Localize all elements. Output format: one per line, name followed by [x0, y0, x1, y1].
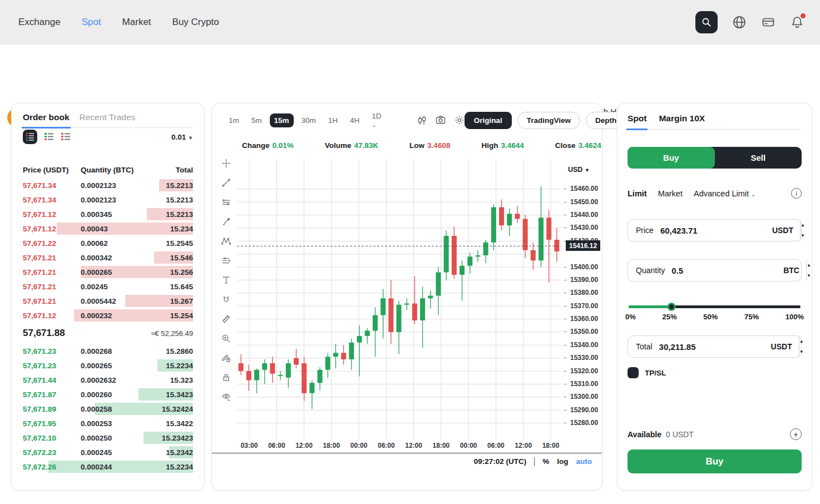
timeframe-30m[interactable]: 30m	[297, 113, 320, 127]
ask-row[interactable]: 57,671.340.000212315.2213	[23, 178, 193, 192]
price-increment-button[interactable]: ▲	[801, 220, 805, 230]
language-button[interactable]	[732, 15, 747, 29]
timeframe-1h[interactable]: 1H	[324, 113, 342, 127]
timeframe-15m[interactable]: 15m	[270, 113, 294, 127]
info-icon[interactable]: i	[791, 188, 802, 199]
zoom-in-icon[interactable]	[220, 332, 232, 344]
orderbook-tab-order-book[interactable]: Order book	[23, 112, 70, 122]
percent-scale-toggle[interactable]: %	[542, 457, 549, 466]
price-input[interactable]	[654, 226, 772, 235]
timeframe-1d[interactable]: 1D ⌄	[367, 109, 386, 131]
ask-row[interactable]: 57,671.210.0024515.645	[23, 279, 193, 294]
book-view-both-icon[interactable]	[23, 130, 37, 144]
quantity-stepper: ▲ ▼	[806, 260, 811, 281]
ask-row[interactable]: 57,671.220.0006215.2545	[23, 236, 193, 250]
order-type-advanced-limit[interactable]: Advanced Limit⌄	[694, 189, 756, 198]
card-payments-button[interactable]	[761, 15, 775, 29]
crosshair-icon[interactable]	[220, 157, 232, 169]
price-field[interactable]: Price USDT ▲ ▼	[628, 219, 802, 241]
trendline-icon[interactable]	[220, 176, 232, 189]
book-view-bids-icon[interactable]	[44, 132, 54, 142]
bid-row[interactable]: 57,671.870.00026015.3423	[23, 387, 193, 402]
nav-item-spot[interactable]: Spot	[82, 17, 101, 28]
total-increment-button[interactable]: ▲	[799, 336, 804, 347]
ask-row[interactable]: 57,671.120.00034515.2213	[23, 207, 193, 221]
amount-slider[interactable]	[629, 303, 801, 310]
timeframe-1m[interactable]: 1m	[224, 113, 244, 127]
price-tick: 15280.00	[570, 419, 598, 427]
quantity-label: Quantity	[628, 266, 665, 275]
sell-side-button[interactable]: Sell	[715, 147, 802, 169]
lock-icon[interactable]	[220, 371, 232, 383]
time-axis[interactable]: 03:0006:0012:0018:0000:0006:0012:0018:00…	[237, 442, 561, 452]
gear-icon[interactable]	[455, 115, 465, 125]
edit-lock-icon[interactable]	[220, 352, 232, 364]
candlestick-chart[interactable]	[237, 159, 561, 440]
bid-row[interactable]: 57,672.100.00025015.23423	[23, 431, 193, 445]
search-button[interactable]	[695, 11, 718, 33]
hide-drawings-icon[interactable]	[220, 391, 232, 403]
nav-item-buy-crypto[interactable]: Buy Crypto	[172, 17, 219, 28]
bid-row[interactable]: 57,672.260.00024415.2234	[23, 459, 193, 474]
order-type-market[interactable]: Market	[658, 189, 683, 198]
ask-row[interactable]: 57,671.210.00026515.256	[23, 265, 193, 279]
header-price: Price (USDT)	[23, 166, 81, 174]
bid-row[interactable]: 57,671.950.00025315.3422	[23, 416, 193, 431]
price-axis[interactable]: USD ▼ 15280.0015290.0015300.0015310.0015…	[564, 159, 601, 440]
chart-stat-volume: Volume47.83K	[325, 141, 378, 150]
notifications-button[interactable]	[790, 15, 804, 29]
deposit-plus-button[interactable]: +	[790, 428, 802, 440]
log-scale-toggle[interactable]: log	[557, 457, 568, 466]
ruler-icon[interactable]	[220, 313, 232, 325]
quantity-decrement-button[interactable]: ▼	[807, 270, 811, 281]
chart-stat-high: High3.4644	[481, 141, 523, 150]
timeframe-5m[interactable]: 5m	[247, 113, 266, 127]
buy-side-button[interactable]: Buy	[628, 147, 715, 169]
ask-row[interactable]: 57,671.210.000544215.267	[23, 294, 193, 308]
candlestick-icon[interactable]	[417, 116, 427, 125]
nav-item-exchange[interactable]: Exchange	[18, 17, 61, 28]
quantity-field[interactable]: Quantity BTC ▲ ▼	[628, 259, 802, 281]
price-decrement-button[interactable]: ▼	[801, 230, 805, 241]
chart-view-tradingview[interactable]: TradingView	[517, 112, 580, 129]
ask-row[interactable]: 57,671.120.00023215.254	[23, 308, 193, 323]
tpsl-checkbox[interactable]	[628, 367, 639, 378]
book-view-asks-icon[interactable]	[61, 132, 71, 142]
axis-currency-dropdown[interactable]: USD ▼	[568, 166, 590, 174]
order-type-limit[interactable]: Limit	[628, 189, 647, 198]
auto-scale-toggle[interactable]: auto	[576, 457, 592, 466]
brush-icon[interactable]	[220, 215, 232, 228]
total-input[interactable]	[653, 342, 771, 352]
bid-row[interactable]: 57,671.230.00026815.2860	[23, 344, 193, 358]
quantity-increment-button[interactable]: ▲	[807, 260, 811, 270]
total-decrement-button[interactable]: ▼	[799, 347, 804, 357]
orderbook-tab-recent-trades[interactable]: Recent Trades	[80, 112, 136, 122]
chart-view-original[interactable]: Original	[465, 112, 512, 129]
long-position-icon[interactable]	[220, 254, 232, 266]
xabcd-pattern-icon[interactable]	[220, 235, 232, 247]
time-tick: 12:00	[292, 442, 317, 449]
precision-dropdown[interactable]: 0.01 ▼	[171, 133, 193, 141]
bid-row[interactable]: 57,672.230.00024515.2342	[23, 445, 193, 459]
total-field[interactable]: Total USDT ▲ ▼	[628, 335, 802, 358]
magnet-icon[interactable]	[220, 293, 232, 305]
bid-row[interactable]: 57,671.440.000263215.323	[23, 373, 193, 387]
slider-handle[interactable]	[668, 303, 676, 311]
timeframe-4h[interactable]: 4H	[345, 113, 364, 127]
text-icon[interactable]	[220, 274, 232, 286]
globe-icon	[732, 15, 747, 29]
buy-submit-button[interactable]: Buy	[628, 449, 802, 473]
trade-tab-spot[interactable]: Spot	[628, 113, 646, 123]
ask-row[interactable]: 57,671.120.0004315.234	[23, 221, 193, 236]
price-tick: 15300.00	[570, 393, 598, 401]
camera-icon[interactable]	[436, 115, 446, 125]
quantity-input[interactable]	[665, 266, 783, 275]
bid-row[interactable]: 57,671.890.00025815.32424	[23, 402, 193, 416]
bid-row[interactable]: 57,671.230.00026515.2234	[23, 358, 193, 373]
ask-row[interactable]: 57,671.210.00034215.546	[23, 250, 193, 265]
ask-row[interactable]: 57,671.340.000212315.2213	[23, 192, 193, 207]
trade-tab-margin-10x[interactable]: Margin 10X	[659, 113, 705, 123]
nav-item-market[interactable]: Market	[122, 17, 151, 28]
parallel-channel-icon[interactable]	[220, 196, 232, 208]
slider-label-25-: 25%	[663, 313, 677, 321]
